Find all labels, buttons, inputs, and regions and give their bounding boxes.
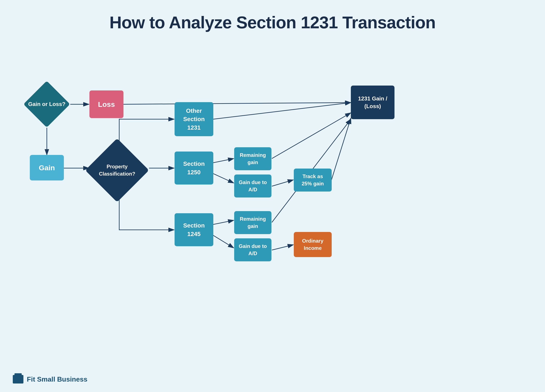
section-1250-box: Section1250 [174, 152, 213, 184]
ordinary-income-box: OrdinaryIncome [294, 232, 332, 257]
gain-or-loss-diamond: Gain or Loss? [23, 81, 70, 128]
svg-line-7 [213, 103, 351, 119]
svg-line-12 [272, 245, 293, 250]
logo: Fit Small Business [13, 375, 87, 384]
section-1245-label: Section1245 [183, 221, 204, 238]
track-25-label: Track as25% gain [302, 173, 324, 187]
remaining-gain-1245-box: Remaininggain [234, 211, 272, 234]
gain-due-ad-1250-box: Gain due toA/D [234, 175, 272, 197]
gain-due-ad-1250-label: Gain due toA/D [239, 179, 267, 193]
svg-line-9 [272, 180, 293, 186]
gain-loss-1231-label: 1231 Gain /(Loss) [358, 95, 387, 110]
loss-box: Loss [89, 91, 124, 118]
other-section-1231-box: OtherSection1231 [174, 102, 213, 136]
logo-icon [13, 375, 23, 384]
remaining-gain-1250-label: Remaininggain [240, 152, 266, 166]
logo-text: Fit Small Business [27, 375, 87, 383]
gain-due-ad-1245-label: Gain due toA/D [239, 243, 267, 257]
property-classification-diamond: PropertyClassification? [85, 138, 149, 202]
gain-or-loss-label: Gain or Loss? [28, 101, 66, 108]
gain-loss-1231-box: 1231 Gain /(Loss) [351, 86, 395, 119]
section-1245-box: Section1245 [174, 213, 213, 246]
other-section-1231-label: OtherSection1231 [183, 107, 204, 132]
section-1250-label: Section1250 [183, 159, 204, 176]
track-25-box: Track as25% gain [294, 169, 332, 191]
gain-due-ad-1245-box: Gain due toA/D [234, 238, 272, 261]
ordinary-income-label: OrdinaryIncome [302, 237, 323, 251]
svg-line-10 [331, 118, 351, 180]
svg-line-8 [272, 113, 351, 159]
property-classification-label: PropertyClassification? [99, 163, 135, 177]
gain-label: Gain [39, 164, 55, 172]
page-title: How to Analyze Section 1231 Transaction [0, 0, 545, 32]
svg-line-3 [124, 103, 351, 104]
remaining-gain-1250-box: Remaininggain [234, 147, 272, 170]
gain-box: Gain [30, 155, 64, 180]
remaining-gain-1245-label: Remaininggain [240, 215, 266, 230]
loss-label: Loss [98, 100, 115, 109]
